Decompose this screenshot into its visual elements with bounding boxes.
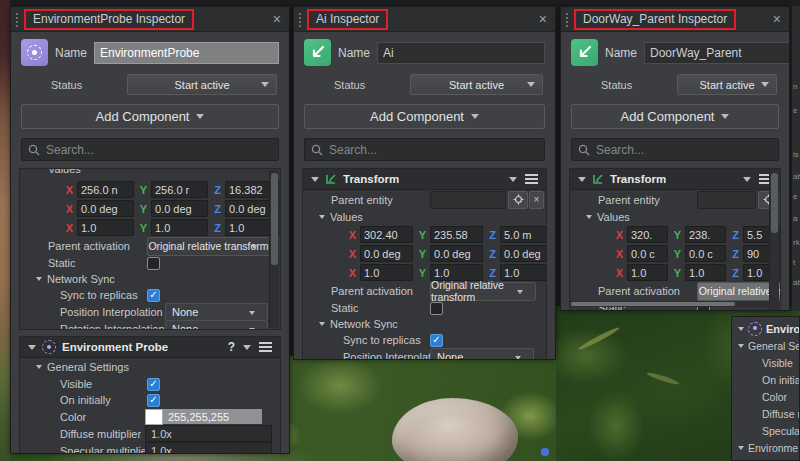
add-component-button[interactable]: Add Component: [304, 104, 545, 129]
transform-header[interactable]: Transform: [570, 169, 780, 190]
diffuse-multiplier-input[interactable]: 1.0x: [145, 425, 272, 442]
status-dropdown[interactable]: Start active: [410, 74, 543, 95]
entity-picker-icon[interactable]: [508, 191, 528, 209]
collapse-caret-icon[interactable]: [586, 215, 592, 219]
vertical-scrollbar[interactable]: [269, 170, 279, 328]
position-interpolation-row: Position Interpolation None: [20, 303, 280, 320]
entity-name-input[interactable]: [377, 42, 545, 64]
collapse-caret-icon[interactable]: [319, 215, 325, 219]
chevron-down-icon[interactable]: [243, 345, 251, 350]
close-icon[interactable]: ×: [539, 12, 547, 26]
collapse-caret-icon[interactable]: [36, 365, 42, 369]
environment-probe-header[interactable]: Environment Probe ?: [20, 337, 280, 358]
status-dropdown[interactable]: Start active: [677, 74, 777, 95]
visible-checkbox[interactable]: ✓: [147, 378, 160, 391]
drag-handle-icon[interactable]: [298, 12, 303, 27]
visible-row: Visible ✓: [20, 376, 280, 392]
position-interpolation-dropdown[interactable]: None: [430, 348, 534, 361]
status-label: Status: [304, 79, 404, 91]
rotate-x-input[interactable]: 0.0 deg: [360, 245, 413, 262]
translate-y-input[interactable]: 256.0 r: [151, 181, 208, 198]
panel-titlebar[interactable]: Ai Inspector ×: [294, 7, 555, 32]
menu-icon[interactable]: [525, 174, 538, 184]
add-component-button[interactable]: Add Component: [21, 104, 279, 129]
rotate-y-input[interactable]: 0.0 deg: [151, 200, 208, 217]
values-label: Values: [330, 211, 363, 223]
parent-entity-input[interactable]: [697, 191, 756, 209]
name-label: Name: [55, 46, 87, 60]
chevron-down-icon[interactable]: [743, 177, 751, 182]
environment-probe-header[interactable]: Environm: [732, 320, 799, 337]
sync-to-replicas-checkbox[interactable]: ✓: [430, 334, 443, 347]
help-icon[interactable]: ?: [228, 340, 235, 354]
drag-handle-icon[interactable]: [15, 12, 20, 27]
search-input[interactable]: Search...: [21, 138, 279, 161]
position-interpolation-dropdown[interactable]: None: [165, 303, 268, 321]
rotate-x-input[interactable]: 0.0 c: [627, 245, 668, 262]
position-interpolation-label: Position Interpolation: [60, 306, 163, 318]
panel-titlebar[interactable]: DoorWay_Parent Inspector ×: [561, 7, 789, 32]
chevron-down-icon: [721, 114, 729, 119]
collapse-caret-icon[interactable]: [319, 322, 325, 326]
collapse-caret-icon[interactable]: [578, 177, 586, 182]
rotate-x-input[interactable]: 0.0 deg: [77, 200, 134, 217]
position-interpolation-row: Position Interpolation None: [303, 348, 546, 360]
entity-name-input[interactable]: [644, 42, 790, 64]
status-label: Status: [21, 79, 121, 91]
color-value-input[interactable]: 255,255,255: [163, 409, 262, 424]
parent-activation-dropdown[interactable]: Original relative transform: [147, 237, 270, 256]
parent-entity-input[interactable]: [430, 191, 506, 209]
scale-x-input[interactable]: 1.0: [77, 219, 134, 236]
collapse-caret-icon[interactable]: [36, 277, 42, 281]
search-input[interactable]: Search...: [304, 138, 545, 161]
sync-to-replicas-checkbox[interactable]: ✓: [147, 289, 160, 302]
horizontal-scrollbar[interactable]: [569, 301, 779, 307]
scale-y-input[interactable]: 1.0: [151, 219, 208, 236]
rotate-z-input[interactable]: 0.0 deg: [500, 245, 547, 262]
panel-titlebar[interactable]: EnvironmentProbe Inspector ×: [11, 7, 289, 32]
translate-y-input[interactable]: 238.: [685, 226, 726, 243]
entity-name-input[interactable]: [94, 42, 279, 64]
rotation-interpolation-dropdown[interactable]: None: [165, 320, 268, 331]
color-row: Color: [732, 388, 799, 405]
on-initially-checkbox[interactable]: ✓: [147, 394, 160, 407]
specular-multiplier-input[interactable]: 1.0x: [145, 442, 272, 454]
vertical-scrollbar[interactable]: [769, 170, 779, 311]
static-checkbox[interactable]: [430, 302, 443, 315]
search-input[interactable]: Search...: [571, 138, 779, 161]
static-checkbox[interactable]: [147, 257, 160, 270]
scale-y-input[interactable]: 1.0: [685, 264, 726, 281]
scale-x-input[interactable]: 1.0: [360, 264, 413, 281]
add-component-button[interactable]: Add Component: [571, 104, 779, 129]
status-row: Status Start active: [294, 71, 555, 102]
translate-x-input[interactable]: 320.: [627, 226, 668, 243]
close-icon[interactable]: ×: [273, 12, 281, 26]
menu-icon[interactable]: [259, 342, 272, 352]
collapse-caret-icon[interactable]: [311, 177, 319, 182]
collapse-caret-icon[interactable]: [28, 345, 36, 350]
axis-x-label: X: [65, 184, 74, 196]
rotate-y-input[interactable]: 0.0 c: [685, 245, 726, 262]
scale-x-input[interactable]: 1.0: [627, 264, 668, 281]
network-sync-row: Network Sync: [20, 271, 280, 287]
parent-activation-row: Parent activation Original relative tran…: [20, 237, 280, 255]
translate-z-input[interactable]: 5.0 m: [500, 226, 547, 243]
parent-activation-dropdown[interactable]: Original relative transform: [430, 282, 536, 301]
status-dropdown[interactable]: Start active: [127, 74, 277, 95]
translate-y-input[interactable]: 235.58: [430, 226, 483, 243]
static-row: Static: [303, 300, 546, 316]
rotate-y-input[interactable]: 0.0 deg: [430, 245, 483, 262]
collapse-caret-icon[interactable]: [738, 327, 744, 331]
color-swatch[interactable]: [145, 409, 163, 425]
transform-header[interactable]: Transform: [303, 169, 546, 190]
collapse-caret-icon[interactable]: [738, 344, 744, 348]
close-icon[interactable]: ×: [773, 12, 781, 26]
chevron-down-icon[interactable]: [509, 177, 517, 182]
drag-handle-icon[interactable]: [565, 12, 570, 27]
axis-z-label: Z: [213, 184, 222, 196]
translate-x-input[interactable]: 302.40: [360, 226, 413, 243]
clipped-text: t: [793, 258, 795, 267]
clear-parent-icon[interactable]: ×: [529, 191, 544, 209]
collapse-caret-icon[interactable]: [738, 446, 744, 450]
translate-x-input[interactable]: 256.0 n: [77, 181, 134, 198]
